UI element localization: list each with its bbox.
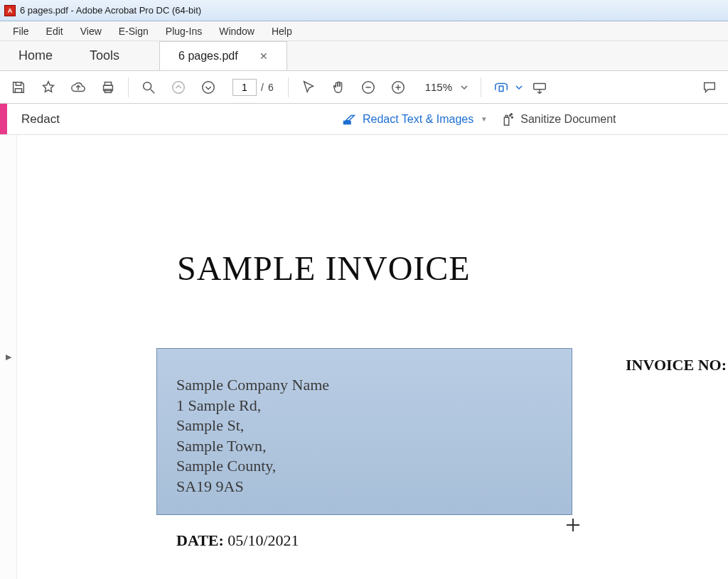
search-icon xyxy=(141,80,156,95)
svg-point-18 xyxy=(512,117,513,118)
print-button[interactable] xyxy=(95,75,121,100)
save-button[interactable] xyxy=(6,75,31,100)
main-toolbar: / 6 115% xyxy=(0,71,728,104)
svg-rect-13 xyxy=(534,83,546,89)
selection-tool-button[interactable] xyxy=(296,75,321,100)
svg-rect-12 xyxy=(499,86,503,91)
zoom-control: 115% xyxy=(421,80,468,94)
zoom-out-button[interactable] xyxy=(355,75,381,100)
keyboard-icon xyxy=(532,80,547,95)
svg-point-5 xyxy=(173,81,185,93)
app-icon: A xyxy=(4,5,16,16)
page-total: 6 xyxy=(268,82,274,93)
svg-point-19 xyxy=(511,113,513,114)
window-titlebar: A 6 pages.pdf - Adobe Acrobat Pro DC (64… xyxy=(0,0,728,21)
svg-rect-1 xyxy=(105,82,111,85)
chevron-down-icon xyxy=(461,84,468,91)
tab-strip: Home Tools 6 pages.pdf ✕ xyxy=(0,41,728,71)
chevron-down-icon xyxy=(515,84,523,91)
cursor-crosshair-icon xyxy=(567,519,579,531)
zoom-out-icon xyxy=(360,80,376,95)
sanitize-document-label: Sanitize Document xyxy=(520,113,616,126)
svg-rect-16 xyxy=(505,117,509,125)
menu-esign[interactable]: E-Sign xyxy=(112,23,156,40)
date-value: 05/10/2021 xyxy=(228,531,299,549)
address-line: Sample County, xyxy=(176,456,329,477)
svg-point-6 xyxy=(203,81,215,93)
menu-view[interactable]: View xyxy=(73,23,109,40)
page-current-input[interactable] xyxy=(232,79,257,96)
company-address-block: Sample Company Name 1 Sample Rd, Sample … xyxy=(176,375,329,497)
comment-icon xyxy=(702,80,717,95)
expand-nav-icon: ▶ xyxy=(6,352,11,362)
redact-accent-stripe xyxy=(0,104,7,134)
tab-close-button[interactable]: ✕ xyxy=(259,50,268,62)
cursor-icon xyxy=(301,80,316,95)
redact-text-images-label: Redact Text & Images xyxy=(363,113,473,126)
hand-icon xyxy=(331,80,346,95)
zoom-dropdown[interactable] xyxy=(461,84,468,91)
menu-help[interactable]: Help xyxy=(264,23,299,40)
arrow-up-circle-icon xyxy=(171,80,186,95)
toolbar-separator xyxy=(128,77,129,97)
zoom-value[interactable]: 115% xyxy=(421,80,456,94)
document-title: SAMPLE INVOICE xyxy=(177,249,471,288)
star-icon xyxy=(41,80,56,95)
fit-width-icon xyxy=(493,80,509,95)
date-label: DATE: xyxy=(176,531,224,549)
menu-edit[interactable]: Edit xyxy=(39,23,70,40)
navigation-pane-collapsed[interactable]: ▶ xyxy=(0,135,17,579)
address-line: Sample Town, xyxy=(176,436,329,457)
sanitize-icon xyxy=(499,112,515,127)
redact-marker-icon xyxy=(341,112,357,127)
address-line: Sample St, xyxy=(176,416,329,436)
svg-line-4 xyxy=(151,89,155,93)
chevron-down-icon: ▾ xyxy=(482,114,486,124)
pdf-page[interactable]: SAMPLE INVOICE Sample Company Name 1 Sam… xyxy=(17,135,728,579)
print-icon xyxy=(100,80,116,95)
address-line: Sample Company Name xyxy=(176,375,329,396)
page-separator: / xyxy=(261,82,264,93)
address-line: 1 Sample Rd, xyxy=(176,396,329,416)
tab-home[interactable]: Home xyxy=(0,41,71,70)
invoice-date: DATE: 05/10/2021 xyxy=(176,531,299,550)
arrow-down-circle-icon xyxy=(200,80,216,95)
tab-tools[interactable]: Tools xyxy=(71,41,138,70)
redact-text-images-button[interactable]: Redact Text & Images ▾ xyxy=(341,112,486,127)
sanitize-document-button[interactable]: Sanitize Document xyxy=(499,112,616,127)
keyboard-button[interactable] xyxy=(527,75,552,100)
window-title: 6 pages.pdf - Adobe Acrobat Pro DC (64-b… xyxy=(20,5,201,16)
fit-width-caret[interactable] xyxy=(515,81,523,94)
svg-rect-15 xyxy=(343,120,351,124)
zoom-in-icon xyxy=(390,80,406,95)
save-icon xyxy=(11,80,26,95)
page-down-button[interactable] xyxy=(196,75,221,100)
menu-bar: File Edit View E-Sign Plug-Ins Window He… xyxy=(0,21,728,41)
cloud-upload-button[interactable] xyxy=(65,75,91,100)
page-indicator: / 6 xyxy=(232,79,274,96)
menu-plugins[interactable]: Plug-Ins xyxy=(159,23,209,40)
tab-document-label: 6 pages.pdf xyxy=(178,50,238,63)
tab-document[interactable]: 6 pages.pdf ✕ xyxy=(159,41,287,70)
menu-window[interactable]: Window xyxy=(212,23,262,40)
star-button[interactable] xyxy=(36,75,61,100)
redact-label: Redact xyxy=(21,112,60,126)
hand-tool-button[interactable] xyxy=(326,75,351,100)
menu-file[interactable]: File xyxy=(6,23,36,40)
address-line: SA19 9AS xyxy=(176,477,329,497)
comment-button[interactable] xyxy=(697,75,722,100)
fit-width-button[interactable] xyxy=(488,75,514,100)
page-up-button[interactable] xyxy=(166,75,191,100)
toolbar-separator xyxy=(288,77,289,97)
redact-toolbar: Redact Redact Text & Images ▾ Sanitize D… xyxy=(0,104,728,135)
find-button[interactable] xyxy=(136,75,161,100)
cloud-upload-icon xyxy=(70,80,86,95)
toolbar-separator xyxy=(481,77,481,97)
invoice-number-label: INVOICE NO: xyxy=(626,356,727,374)
svg-point-17 xyxy=(510,114,511,116)
svg-point-3 xyxy=(144,82,151,90)
zoom-in-button[interactable] xyxy=(385,75,411,100)
document-area: ▶ SAMPLE INVOICE Sample Company Name 1 S… xyxy=(0,135,728,579)
